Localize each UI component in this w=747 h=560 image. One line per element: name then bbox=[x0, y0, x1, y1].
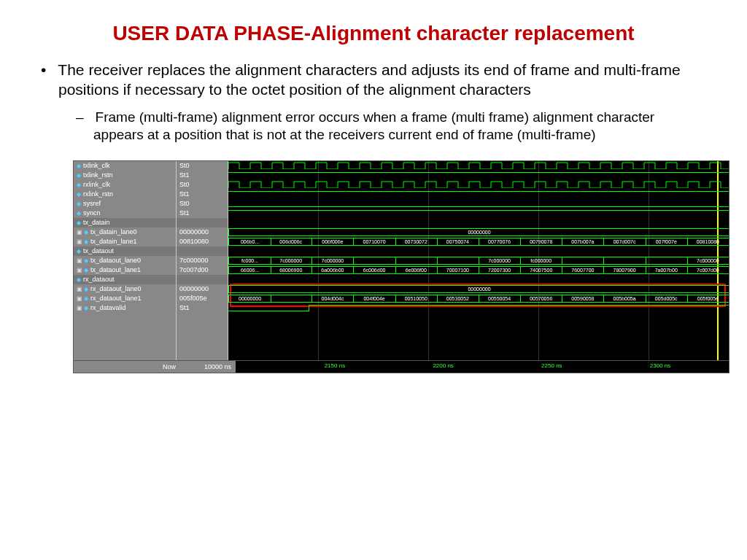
signal-name[interactable]: ▣◆tx_dataout_lane0 bbox=[74, 256, 176, 265]
waveform-row[interactable] bbox=[228, 171, 729, 180]
waveform-row[interactable] bbox=[228, 303, 729, 313]
signal-name[interactable]: ▣◆tx_dataout_lane1 bbox=[74, 265, 176, 275]
signal-value bbox=[177, 246, 228, 256]
signal-values-column: St0St1St0St1St0St100000000008100807c0000… bbox=[177, 161, 228, 373]
now-value: 10000 ns bbox=[180, 363, 236, 370]
signal-name[interactable]: ◆txlink_clk bbox=[74, 161, 176, 171]
signal-name[interactable]: ◆tx_datain bbox=[74, 218, 176, 228]
signal-value: 005f005e bbox=[177, 294, 228, 303]
waveform-row[interactable]: 66006...680069006a006b006c006d006e006f00… bbox=[228, 265, 729, 275]
waveform-row[interactable]: fc000...7c0000007c0000007c000000fc000000… bbox=[228, 256, 729, 265]
signal-name[interactable]: ◆tx_dataout bbox=[74, 246, 176, 256]
waveform-row[interactable] bbox=[228, 218, 729, 228]
signal-value: 00810080 bbox=[177, 237, 228, 246]
bullet-sub: Frame (multi-frame) alignment error occu… bbox=[93, 109, 703, 144]
signal-name[interactable]: ◆sysref bbox=[74, 199, 176, 209]
signal-name[interactable]: ◆rx_dataout bbox=[74, 275, 176, 284]
signal-value bbox=[177, 275, 228, 284]
waveform-row[interactable] bbox=[228, 161, 729, 171]
signal-value: 00000000 bbox=[177, 284, 228, 294]
signal-value: 7c000000 bbox=[177, 256, 228, 265]
signal-name[interactable]: ▣◆rx_dataout_lane0 bbox=[74, 284, 176, 294]
waveform-row[interactable]: 00000000 bbox=[228, 228, 729, 237]
waveform-row[interactable]: 00000000 bbox=[228, 284, 729, 294]
signal-name[interactable]: ◆syncn bbox=[74, 209, 176, 218]
signal-value: St1 bbox=[177, 190, 228, 199]
waveform-row[interactable] bbox=[228, 275, 729, 284]
waveform-row[interactable] bbox=[228, 199, 729, 209]
waveform-row[interactable] bbox=[228, 180, 729, 190]
signal-value: St1 bbox=[177, 171, 228, 180]
waveform-row[interactable]: 00000000004d004c004f004e0051005000530052… bbox=[228, 294, 729, 303]
signal-name[interactable]: ◆rxlink_clk bbox=[74, 180, 176, 190]
signal-value bbox=[177, 218, 228, 228]
timescale-tick: 2300 ns bbox=[650, 362, 670, 369]
signal-value: 00000000 bbox=[177, 228, 228, 237]
signal-name[interactable]: ▣◆tx_datain_lane0 bbox=[74, 228, 176, 237]
waveform-row[interactable] bbox=[228, 190, 729, 199]
waveform-row[interactable] bbox=[228, 246, 729, 256]
signal-value: St0 bbox=[177, 180, 228, 190]
signal-value: 7c007d00 bbox=[177, 265, 228, 275]
timescale[interactable]: 2150 ns2200 ns2250 ns2300 ns bbox=[236, 361, 729, 373]
signal-value: St0 bbox=[177, 199, 228, 209]
signal-value: St1 bbox=[177, 303, 228, 313]
signal-name[interactable]: ▣◆rx_datavalid bbox=[74, 303, 176, 313]
now-label: Now bbox=[74, 363, 180, 370]
signal-value: St1 bbox=[177, 209, 228, 218]
signal-name[interactable]: ◆txlink_rstn bbox=[74, 171, 176, 180]
signal-name[interactable]: ▣◆rx_dataout_lane1 bbox=[74, 294, 176, 303]
timescale-tick: 2200 ns bbox=[433, 362, 453, 369]
bullet-main: The receiver replaces the alignment char… bbox=[58, 60, 703, 100]
waveform-viewer: ◆txlink_clk◆txlink_rstn◆rxlink_clk◆rxlin… bbox=[73, 160, 729, 373]
time-footer: Now 10000 ns 2150 ns2200 ns2250 ns2300 n… bbox=[74, 360, 729, 373]
signal-name[interactable]: ▣◆tx_datain_lane1 bbox=[74, 237, 176, 246]
waveform-area: 00000000006b0...006d006c006f006e00710070… bbox=[228, 161, 729, 373]
waveform-figure: eof eomf ◆txlink_clk◆txlink_rstn◆rxlink_… bbox=[73, 160, 729, 373]
waveform-row[interactable] bbox=[228, 209, 729, 218]
slide-title: USER DATA PHASE-Alignment character repl… bbox=[44, 22, 703, 45]
signal-name[interactable]: ◆rxlink_rstn bbox=[74, 190, 176, 199]
signal-value: St0 bbox=[177, 161, 228, 171]
signal-names-column: ◆txlink_clk◆txlink_rstn◆rxlink_clk◆rxlin… bbox=[74, 161, 177, 373]
timescale-tick: 2150 ns bbox=[325, 362, 345, 369]
timescale-tick: 2250 ns bbox=[541, 362, 562, 369]
waveform-row[interactable]: 006b0...006d006c006f006e0071007000730072… bbox=[228, 237, 729, 246]
